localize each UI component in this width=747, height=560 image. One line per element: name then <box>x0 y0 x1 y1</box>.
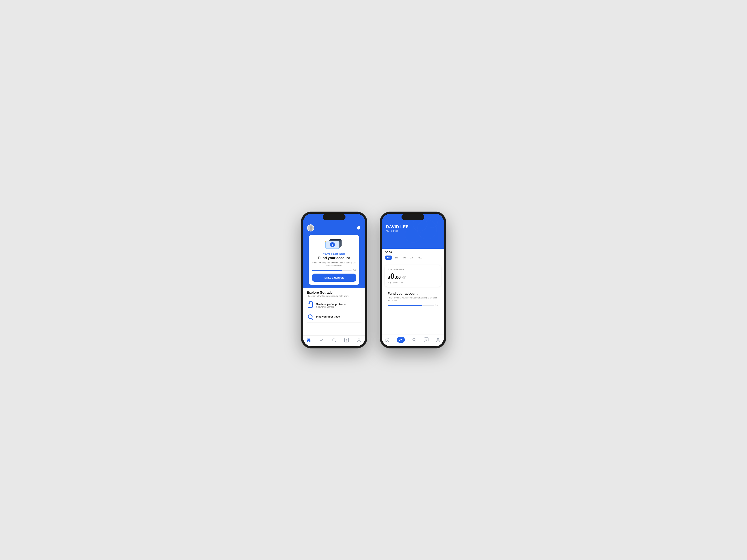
money-illustration: $ ✦ ✦ <box>312 238 356 250</box>
nav2-search[interactable] <box>412 337 417 342</box>
nav-home[interactable] <box>307 338 312 343</box>
fund-title-2: Fund your account <box>388 292 438 296</box>
bell-icon[interactable] <box>357 226 361 230</box>
portfolio-value: $0.00 <box>385 251 441 254</box>
notch-2 <box>402 214 424 220</box>
tab-1w[interactable]: 1W <box>385 256 392 260</box>
trade-item-title: Find your first trade <box>316 315 358 318</box>
person-icon-2 <box>436 337 440 342</box>
total-dollar-sign: $ <box>388 275 390 280</box>
eye-icon[interactable] <box>402 276 406 279</box>
fund-card-2: Fund your account Finish creating your a… <box>385 289 441 310</box>
explore-section: Explore Gotrade Check out a few things y… <box>303 288 365 336</box>
svg-point-4 <box>333 339 335 341</box>
svg-text:$: $ <box>346 339 347 342</box>
total-card: Total in Gotrade $ 0 .00 ↗ $0 (∞) All ti… <box>385 265 441 287</box>
progress-label: 3/4 <box>353 269 356 271</box>
tab-1m[interactable]: 1M <box>393 256 400 260</box>
progress-bar-bg-2 <box>388 305 434 306</box>
chevron-right-icon: › <box>361 304 361 307</box>
total-amount: $ 0 .00 <box>388 272 438 281</box>
progress-bar-bg <box>312 270 352 271</box>
home-icon-2 <box>385 337 390 342</box>
search-trade-icon <box>307 313 314 320</box>
fund-account-desc: Finish creating your account to start tr… <box>312 261 356 267</box>
nav-person[interactable] <box>357 338 361 343</box>
fund-desc-2: Finish creating your account to start tr… <box>388 296 438 302</box>
svg-point-2 <box>358 230 359 230</box>
time-tabs: 1W 1M 3M 1Y ALL <box>385 256 441 260</box>
svg-point-14 <box>404 277 405 278</box>
svg-line-16 <box>415 341 416 342</box>
total-whole: 0 <box>390 272 394 281</box>
tab-1y[interactable]: 1Y <box>409 256 415 260</box>
progress-row: 3/4 <box>312 269 356 271</box>
total-cents: .00 <box>395 275 401 280</box>
progress-label-2: 3/4 <box>435 304 438 306</box>
chart-icon <box>319 338 324 343</box>
explore-title: Explore Gotrade <box>307 291 361 295</box>
phone-1: $ ✦ ✦ You're almost there! Fund your acc… <box>301 212 367 348</box>
nav-search[interactable] <box>332 338 337 343</box>
phone-2-screen: DAVID LEE My Portfolio $0.00 1W 1M 3M 1Y… <box>382 214 444 346</box>
total-change: ↗ $0 (∞) All time <box>388 282 438 284</box>
avatar[interactable] <box>307 224 314 232</box>
bottom-nav-1: $ <box>303 336 365 346</box>
svg-point-19 <box>437 338 439 340</box>
chart-icon-active-box <box>397 337 405 343</box>
lock-icon <box>307 302 314 309</box>
progress-bar-fill-2 <box>388 305 422 306</box>
explore-item-security[interactable]: See how you're protected Security at Got… <box>307 300 361 311</box>
nav-dollar[interactable]: $ <box>344 338 349 343</box>
svg-point-13 <box>403 276 406 278</box>
explore-desc: Check out a few things you can do right … <box>307 295 361 297</box>
security-item-sub: Security at Gotrade <box>316 306 358 308</box>
nav-chart[interactable] <box>319 338 324 343</box>
portfolio-label: My Portfolio <box>386 230 440 232</box>
explore-item-trade[interactable]: Find your first trade › <box>307 311 361 322</box>
phone2-body: $0.00 1W 1M 3M 1Y ALL Total in Gotrade $… <box>382 249 444 346</box>
chevron-right-icon-2: › <box>361 315 361 318</box>
dollar-icon-2: $ <box>424 337 429 342</box>
total-label: Total in Gotrade <box>388 268 438 271</box>
nav2-person[interactable] <box>436 337 440 342</box>
deposit-button[interactable]: Make a deposit <box>312 273 356 282</box>
nav2-chart[interactable] <box>397 337 405 343</box>
phone-2: DAVID LEE My Portfolio $0.00 1W 1M 3M 1Y… <box>380 212 446 348</box>
svg-point-0 <box>310 226 312 229</box>
bottom-nav-2: $ <box>382 335 444 346</box>
svg-text:$: $ <box>426 338 427 341</box>
user-name: DAVID LEE <box>386 224 440 229</box>
svg-point-8 <box>358 339 360 340</box>
tab-3m[interactable]: 3M <box>401 256 407 260</box>
person-icon <box>357 338 361 343</box>
security-item-title: See how you're protected <box>316 303 358 306</box>
notch-1 <box>323 214 345 220</box>
portfolio-value-section: $0.00 1W 1M 3M 1Y ALL <box>382 249 444 263</box>
phone-1-screen: $ ✦ ✦ You're almost there! Fund your acc… <box>303 214 365 346</box>
search-icon-2 <box>412 337 417 342</box>
svg-line-5 <box>335 341 336 342</box>
nav2-home[interactable] <box>385 337 390 342</box>
tab-all[interactable]: ALL <box>416 256 424 260</box>
search-icon <box>332 338 337 343</box>
dollar-icon: $ <box>344 338 349 343</box>
progress-row-2: 3/4 <box>388 304 438 306</box>
almost-there-label: You're almost there! <box>312 252 356 255</box>
fund-card: $ ✦ ✦ You're almost there! Fund your acc… <box>309 235 359 285</box>
fund-account-title: Fund your account <box>312 256 356 260</box>
scene: $ ✦ ✦ You're almost there! Fund your acc… <box>288 199 459 361</box>
nav2-dollar[interactable]: $ <box>424 337 429 342</box>
progress-bar-fill <box>312 270 342 271</box>
svg-point-1 <box>309 230 313 232</box>
home-icon-active <box>307 338 312 343</box>
svg-point-15 <box>413 338 415 341</box>
